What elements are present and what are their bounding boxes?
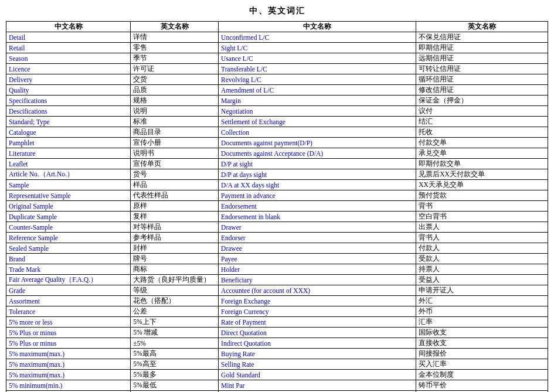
table-row: Catalogue商品目录Collection托收 <box>6 127 548 138</box>
cell-cn1: Article No.（Art.No.） <box>6 169 131 180</box>
cell-cn2: Gold Standard <box>219 370 416 380</box>
table-row: Quality品质Amendment of L/C修改信用证 <box>6 85 548 96</box>
cell-en2: 可转让信用证 <box>416 64 548 74</box>
cell-cn1: 5% Plus or minus <box>6 338 131 349</box>
cell-cn1: Pamphlet <box>6 138 131 148</box>
cell-cn1: 5% maximum(max.) <box>6 349 131 359</box>
cell-cn1: Duplicate Sample <box>6 212 131 222</box>
cell-cn2: Endorsement <box>219 201 416 212</box>
table-row: 5% minimum(min.)5%最低Mint Par铸币平价 <box>6 380 548 391</box>
cell-en2: 买入汇率 <box>416 359 548 370</box>
cell-en1: 参考样品 <box>131 233 219 243</box>
cell-cn2: Collection <box>219 127 416 138</box>
table-row: Counter-Sample对等样品Drawer出票人 <box>6 222 548 233</box>
table-row: Delivery交货Revolving L/C循环信用证 <box>6 74 548 85</box>
cell-en2: 背书人 <box>416 233 548 243</box>
header-col4: 英文名称 <box>416 22 548 32</box>
cell-cn1: 5% Plus or minus <box>6 328 131 338</box>
cell-cn1: Tolerance <box>6 306 131 317</box>
cell-cn2: Accountee (for account of XXX) <box>219 285 416 296</box>
cell-en2: 结汇 <box>416 117 548 127</box>
table-row: Standard; Type标准Settlement of Exchange结汇 <box>6 117 548 127</box>
cell-cn2: Holder <box>219 264 416 275</box>
cell-en1: 季节 <box>131 53 219 64</box>
header-col2: 英文名称 <box>131 22 219 32</box>
cell-en1: ±5% <box>131 338 219 349</box>
cell-cn1: Counter-Sample <box>6 222 131 233</box>
cell-cn2: Payment in advance <box>219 190 416 201</box>
cell-cn2: Settlement of Exchange <box>219 117 416 127</box>
cell-en2: 受益人 <box>416 275 548 285</box>
cell-cn1: Leaflet <box>6 159 131 169</box>
cell-cn2: Drawer <box>219 222 416 233</box>
table-row: Sample样品D/A at XX days sightXX天承兑交单 <box>6 180 548 190</box>
cell-cn2: Usance L/C <box>219 53 416 64</box>
cell-en1: 宣传小册 <box>131 138 219 148</box>
cell-en2: 承兑交单 <box>416 148 548 159</box>
cell-cn2: Endorser <box>219 233 416 243</box>
cell-cn2: Foreign Exchange <box>219 296 416 306</box>
table-row: Assortment花色（搭配）Foreign Exchange外汇 <box>6 296 548 306</box>
cell-en2: 出票人 <box>416 222 548 233</box>
cell-en2: 付款交单 <box>416 138 548 148</box>
cell-en1: 5%最多 <box>131 370 219 380</box>
cell-en1: 5%最低 <box>131 380 219 391</box>
table-row: Grade等级Accountee (for account of XXX)申请开… <box>6 285 548 296</box>
cell-en1: 公差 <box>131 306 219 317</box>
cell-en1: 对等样品 <box>131 222 219 233</box>
cell-cn1: 5% maximum(max.) <box>6 359 131 370</box>
table-row: Retail零售Sight L/C即期信用证 <box>6 43 548 53</box>
cell-cn2: Transferable L/C <box>219 64 416 74</box>
table-row: 5% maximum(max.)5%最多Gold Standard金本位制度 <box>6 370 548 380</box>
cell-cn1: Retail <box>6 43 131 53</box>
cell-en2: 见票后XX天付款交单 <box>416 169 548 180</box>
cell-en1: 5%高至 <box>131 359 219 370</box>
table-row: Specifications规格Margin保证金（押金） <box>6 96 548 106</box>
cell-cn2: Endorsement in blank <box>219 212 416 222</box>
table-row: Season季节Usance L/C远期信用证 <box>6 53 548 64</box>
cell-en1: 宣传单页 <box>131 159 219 169</box>
cell-cn2: Selling Rate <box>219 359 416 370</box>
cell-en1: 交货 <box>131 74 219 85</box>
cell-cn2: D/A at XX days sight <box>219 180 416 190</box>
cell-cn2: Foreign Currency <box>219 306 416 317</box>
table-row: 5% Plus or minus±5%Indirect Quotation直接收… <box>6 338 548 349</box>
cell-en1: 许可证 <box>131 64 219 74</box>
cell-en2: 金本位制度 <box>416 370 548 380</box>
cell-en1: 等级 <box>131 285 219 296</box>
table-row: Literature说明书Documents against Acceptanc… <box>6 148 548 159</box>
cell-cn1: Delivery <box>6 74 131 85</box>
cell-en1: 详情 <box>131 32 219 43</box>
cell-cn1: Literature <box>6 148 131 159</box>
cell-cn1: Standard; Type <box>6 117 131 127</box>
cell-en2: 汇率 <box>416 317 548 328</box>
cell-en1: 标准 <box>131 117 219 127</box>
cell-cn1: 5% more or less <box>6 317 131 328</box>
cell-cn1: Grade <box>6 285 131 296</box>
table-row: Descifications说明Negotiation议付 <box>6 106 548 117</box>
cell-en2: 保证金（押金） <box>416 96 548 106</box>
table-row: Pamphlet宣传小册Documents against payment(D/… <box>6 138 548 148</box>
cell-en1: 牌号 <box>131 254 219 264</box>
cell-cn2: Payee <box>219 254 416 264</box>
cell-en1: 复样 <box>131 212 219 222</box>
table-row: Licence许可证Transferable L/C可转让信用证 <box>6 64 548 74</box>
table-row: 5% Plus or minus5% 增减Direct Quotation国际收… <box>6 328 548 338</box>
cell-en1: 原样 <box>131 201 219 212</box>
table-row: 5% more or less5%上下Rate of Payment汇率 <box>6 317 548 328</box>
cell-cn2: Revolving L/C <box>219 74 416 85</box>
cell-en1: 5% 增减 <box>131 328 219 338</box>
cell-en2: 直接收支 <box>416 338 548 349</box>
table-row: Brand牌号Payee受款人 <box>6 254 548 264</box>
cell-cn2: Amendment of L/C <box>219 85 416 96</box>
cell-en1: 说明书 <box>131 148 219 159</box>
cell-en2: 背书 <box>416 201 548 212</box>
table-row: Sealed Sample封样Drawee付款人 <box>6 243 548 254</box>
cell-en1: 品质 <box>131 85 219 96</box>
cell-en2: 外币 <box>416 306 548 317</box>
cell-cn2: Documents against payment(D/P) <box>219 138 416 148</box>
cell-cn1: Original Sample <box>6 201 131 212</box>
cell-en2: 国际收支 <box>416 328 548 338</box>
cell-en2: 议付 <box>416 106 548 117</box>
cell-cn1: Sealed Sample <box>6 243 131 254</box>
